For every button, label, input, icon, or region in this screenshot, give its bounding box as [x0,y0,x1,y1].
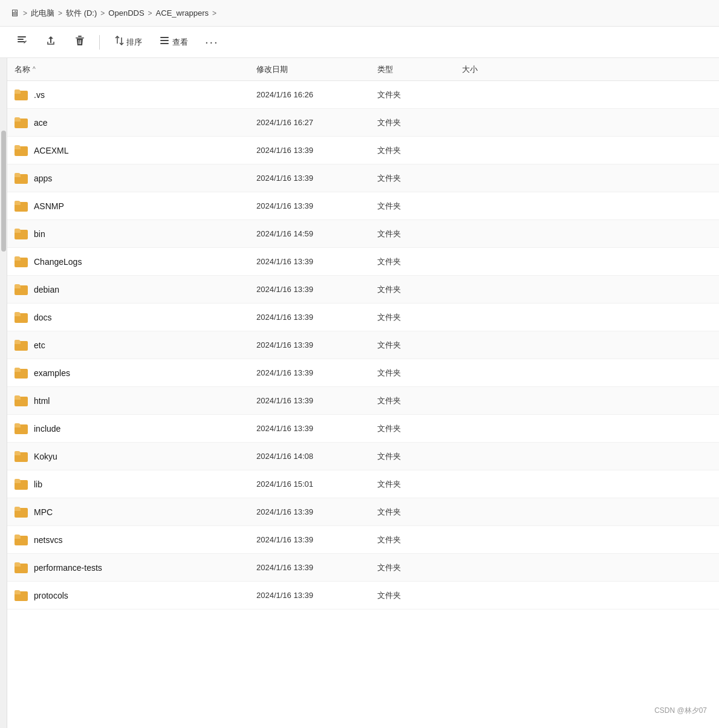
folder-icon [15,284,28,295]
table-row[interactable]: ace 2024/1/16 16:27 文件夹 [7,109,719,137]
file-type-cell: 文件夹 [370,117,455,128]
file-type-cell: 文件夹 [370,284,455,295]
svg-rect-3 [78,36,82,37]
file-type-cell: 文件夹 [370,451,455,462]
share-button[interactable] [39,31,63,53]
file-name-cell: debian [7,284,249,295]
file-date-cell: 2024/1/16 13:39 [249,285,370,294]
breadcrumb-this-pc[interactable]: 此电脑 [31,8,54,19]
table-row[interactable]: netsvcs 2024/1/16 13:39 文件夹 [7,526,719,554]
computer-icon: 🖥 [10,8,19,19]
table-row[interactable]: bin 2024/1/16 14:59 文件夹 [7,220,719,248]
file-type-cell: 文件夹 [370,507,455,518]
file-name-cell: ChangeLogs [7,256,249,267]
col-size-label: 大小 [462,64,478,75]
file-list-container: 名称 ^ 修改日期 类型 大小 .vs 2024/1/16 16:26 文件夹 [7,58,719,728]
breadcrumb-bar: 🖥 > 此电脑 > 软件 (D:) > OpenDDS > ACE_wrappe… [0,0,719,27]
rename-button[interactable] [10,31,34,53]
file-name-cell: apps [7,173,249,184]
delete-button[interactable] [68,31,92,53]
breadcrumb-ace-wrappers[interactable]: ACE_wrappers [156,8,209,18]
file-name: Kokyu [34,452,57,461]
file-type-cell: 文件夹 [370,590,455,601]
file-name-cell: html [7,395,249,406]
col-name-label: 名称 [15,64,30,75]
file-type-cell: 文件夹 [370,201,455,212]
file-name: include [34,424,60,434]
file-name: docs [34,313,52,322]
col-header-size[interactable]: 大小 [455,62,527,77]
toolbar-divider-1 [99,35,100,50]
more-button[interactable]: ··· [199,31,225,53]
table-row[interactable]: performance-tests 2024/1/16 13:39 文件夹 [7,554,719,582]
file-date-cell: 2024/1/16 16:26 [249,90,370,99]
sep-1: > [58,9,62,18]
file-date-cell: 2024/1/16 13:39 [249,340,370,349]
sort-button[interactable]: 排序 [107,31,148,53]
toolbar: 排序 查看 ··· [0,27,719,58]
col-header-type[interactable]: 类型 [370,62,455,77]
file-name: examples [34,368,70,378]
file-type-cell: 文件夹 [370,479,455,490]
table-row[interactable]: .vs 2024/1/16 16:26 文件夹 [7,81,719,109]
table-row[interactable]: docs 2024/1/16 13:39 文件夹 [7,304,719,331]
table-row[interactable]: ASNMP 2024/1/16 13:39 文件夹 [7,192,719,220]
breadcrumb-opendds[interactable]: OpenDDS [108,8,144,18]
table-row[interactable]: Kokyu 2024/1/16 14:08 文件夹 [7,443,719,470]
view-button[interactable]: 查看 [153,31,194,53]
svg-rect-2 [18,41,25,42]
folder-icon [15,256,28,267]
folder-icon [15,89,28,100]
folder-icon [15,451,28,462]
table-row[interactable]: apps 2024/1/16 13:39 文件夹 [7,164,719,192]
folder-icon [15,395,28,406]
table-row[interactable]: ChangeLogs 2024/1/16 13:39 文件夹 [7,248,719,276]
table-row[interactable]: ACEXML 2024/1/16 13:39 文件夹 [7,137,719,164]
folder-icon [15,423,28,434]
sidebar-scrollbar[interactable] [0,58,7,728]
explorer-window: 🖥 > 此电脑 > 软件 (D:) > OpenDDS > ACE_wrappe… [0,0,719,728]
file-name-cell: examples [7,368,249,379]
file-name: ace [34,118,48,128]
file-date-cell: 2024/1/16 13:39 [249,424,370,433]
file-date-cell: 2024/1/16 13:39 [249,368,370,377]
file-date-cell: 2024/1/16 13:39 [249,396,370,405]
sep-2: > [100,9,105,18]
file-type-cell: 文件夹 [370,535,455,545]
file-name: lib [34,479,42,489]
table-row[interactable]: lib 2024/1/16 15:01 文件夹 [7,470,719,498]
svg-rect-7 [160,43,169,44]
file-type-cell: 文件夹 [370,173,455,184]
table-row[interactable]: debian 2024/1/16 13:39 文件夹 [7,276,719,304]
table-row[interactable]: html 2024/1/16 13:39 文件夹 [7,387,719,415]
table-row[interactable]: etc 2024/1/16 13:39 文件夹 [7,331,719,359]
table-row[interactable]: examples 2024/1/16 13:39 文件夹 [7,359,719,387]
breadcrumb-drive[interactable]: 软件 (D:) [66,8,97,19]
folder-icon [15,312,28,323]
file-name-cell: performance-tests [7,562,249,573]
col-header-name[interactable]: 名称 ^ [7,62,249,77]
table-row[interactable]: MPC 2024/1/16 13:39 文件夹 [7,498,719,526]
sort-label: 排序 [126,37,142,48]
file-name-cell: ACEXML [7,145,249,156]
file-date-cell: 2024/1/16 14:08 [249,452,370,461]
folder-icon [15,201,28,212]
share-icon [45,34,57,50]
file-name-cell: etc [7,340,249,351]
file-type-cell: 文件夹 [370,312,455,323]
table-row[interactable]: protocols 2024/1/16 13:39 文件夹 [7,582,719,609]
folder-icon [15,117,28,128]
folder-icon [15,507,28,518]
file-name: etc [34,340,45,350]
file-date-cell: 2024/1/16 13:39 [249,146,370,155]
col-header-date[interactable]: 修改日期 [249,62,370,77]
file-name: ChangeLogs [34,257,82,267]
file-date-cell: 2024/1/16 14:59 [249,229,370,238]
file-name-cell: protocols [7,590,249,601]
table-row[interactable]: include 2024/1/16 13:39 文件夹 [7,415,719,443]
file-rows: .vs 2024/1/16 16:26 文件夹 ace 2024/1/16 16… [7,81,719,609]
scroll-thumb[interactable] [1,131,6,252]
file-date-cell: 2024/1/16 13:39 [249,313,370,322]
svg-rect-6 [160,40,169,41]
file-name: ASNMP [34,201,64,211]
